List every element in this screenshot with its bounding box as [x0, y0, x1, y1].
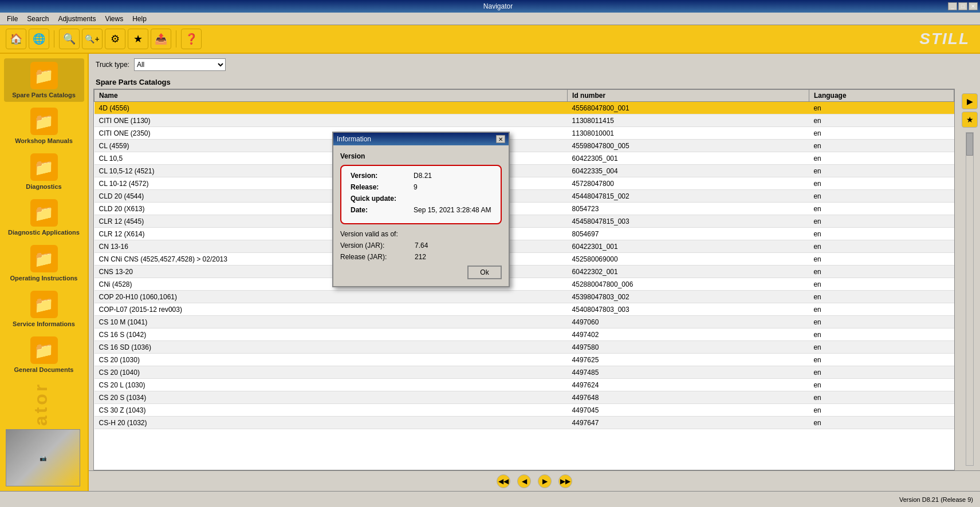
- version-jar-label: Version (JAR):: [340, 241, 415, 249]
- information-modal: Information ✕ Version Version: D8.21 Rel…: [332, 132, 510, 287]
- quick-update-row: Quick update:: [351, 195, 491, 203]
- version-jar-row: Version (JAR): 7.64: [340, 241, 502, 249]
- version-label: Version:: [351, 172, 414, 180]
- valid-as-of-label: Version valid as of:: [340, 230, 415, 238]
- modal-title: Information: [337, 135, 371, 143]
- valid-as-of-row: Version valid as of:: [340, 230, 502, 238]
- release-row: Release: 9: [351, 183, 491, 191]
- release-jar-row: Release (JAR): 212: [340, 253, 502, 261]
- version-value: D8.21: [414, 172, 432, 180]
- modal-section-title: Version: [340, 152, 502, 160]
- quick-update-label: Quick update:: [351, 195, 414, 203]
- date-label: Date:: [351, 206, 414, 214]
- release-label: Release:: [351, 183, 414, 191]
- release-jar-label: Release (JAR):: [340, 253, 415, 261]
- version-jar-value: 7.64: [415, 241, 428, 249]
- version-box: Version: D8.21 Release: 9 Quick update: …: [340, 165, 502, 224]
- version-row: Version: D8.21: [351, 172, 491, 180]
- release-value: 9: [414, 183, 418, 191]
- modal-overlay: Information ✕ Version Version: D8.21 Rel…: [0, 0, 980, 507]
- date-row: Date: Sep 15, 2021 3:28:48 AM: [351, 206, 491, 214]
- modal-title-bar: Information ✕: [333, 133, 509, 145]
- modal-close-button[interactable]: ✕: [496, 135, 505, 143]
- modal-ok-row: Ok: [340, 266, 502, 279]
- modal-body: Version Version: D8.21 Release: 9 Quick …: [333, 145, 509, 286]
- release-jar-value: 212: [415, 253, 426, 261]
- ok-button[interactable]: Ok: [467, 266, 502, 279]
- date-value: Sep 15, 2021 3:28:48 AM: [414, 206, 491, 214]
